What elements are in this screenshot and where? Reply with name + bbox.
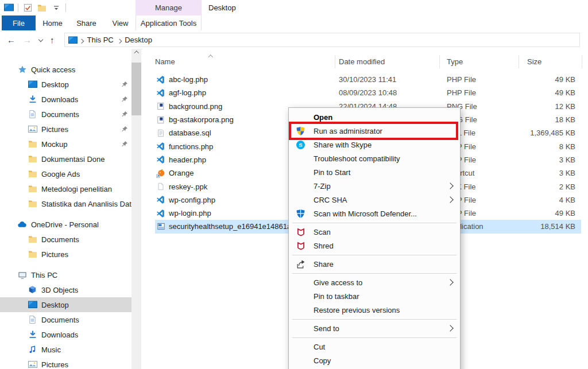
menu-item-label: CRC SHA (314, 196, 347, 204)
blank-doc-icon (156, 182, 165, 191)
sidebar-item-this-pc[interactable]: This PC (0, 267, 131, 282)
navigation-pane: Quick accessDesktopDownloadsDocumentsPic… (0, 49, 131, 369)
sidebar-item-downloads[interactable]: Downloads (0, 92, 131, 107)
star-icon (17, 65, 27, 75)
file-size: 49 KB (487, 207, 575, 220)
menu-item-troubleshoot-compatibility[interactable]: Troubleshoot compatibility (289, 152, 460, 165)
sidebar-item-downloads[interactable]: Downloads (0, 327, 131, 342)
sidebar-item-label: Desktop (41, 301, 69, 309)
sidebar-item-3d-objects[interactable]: 3D Objects (0, 282, 131, 297)
column-header-date-modified[interactable]: Date modified (339, 53, 385, 69)
qat-folder-button[interactable] (37, 3, 47, 13)
menu-item-give-access-to[interactable]: Give access to (289, 275, 460, 289)
file-date-modified: 08/09/2023 10:48 (339, 86, 397, 99)
sidebar-item-label: Documents (41, 316, 79, 324)
menu-item-send-to[interactable]: Send to (289, 321, 460, 335)
file-row[interactable]: abc-log.php30/10/2023 11:41PHP File49 KB (155, 73, 581, 86)
picture-icon (28, 125, 37, 134)
column-header-size[interactable]: Size (527, 53, 541, 69)
sidebar-item-google-ads[interactable]: Google Ads (0, 166, 131, 181)
tab-home[interactable]: Home (36, 15, 69, 30)
pc-icon (17, 270, 27, 280)
menu-item-scan[interactable]: Scan (289, 225, 460, 239)
sidebar-item-music[interactable]: Music (0, 342, 131, 357)
tab-file[interactable]: File (2, 15, 36, 30)
toolbar-divider (65, 3, 66, 12)
menu-item-pin-to-start[interactable]: Pin to Start (289, 165, 460, 179)
tab-view[interactable]: View (103, 15, 137, 30)
forward-arrow-icon: → (23, 36, 32, 44)
menu-item-restore-previous-versions[interactable]: Restore previous versions (289, 303, 460, 317)
ribbon-contextual-group-manage[interactable]: Manage (136, 0, 202, 15)
menu-item-crc-sha[interactable]: CRC SHA (289, 193, 460, 207)
menu-item-open[interactable]: Open (289, 110, 460, 124)
file-name: background.png (156, 100, 222, 113)
menu-item-label: Copy (314, 356, 331, 365)
sidebar-item-pictures[interactable]: Pictures (0, 122, 131, 137)
column-header-type[interactable]: Type (447, 53, 463, 69)
column-divider[interactable] (519, 55, 519, 68)
sidebar-item-desktop[interactable]: Desktop (0, 77, 131, 92)
sidebar-item-documents[interactable]: Documents (0, 107, 131, 122)
sidebar-item-label: Desktop (41, 80, 69, 89)
qat-explorer-window-button[interactable] (3, 3, 14, 13)
sidebar-item-mockup[interactable]: Mockup (0, 137, 131, 152)
sidebar-item-quick-access[interactable]: Quick access (0, 62, 131, 77)
menu-item-copy[interactable]: Copy (289, 354, 460, 367)
menu-item-share[interactable]: Share (289, 257, 460, 271)
menu-item-label: Restore previous versions (314, 306, 400, 314)
cloud-icon (17, 220, 27, 230)
window-title: Desktop (208, 0, 236, 15)
recent-locations-chevron-icon[interactable] (39, 38, 42, 41)
sidebar-item-pictures[interactable]: Pictures (0, 247, 131, 262)
sidebar-item-label: 3D Objects (41, 286, 78, 294)
menu-item-shred[interactable]: Shred (289, 239, 460, 253)
qat-checkbox-button[interactable] (22, 3, 33, 13)
customize-icon (53, 5, 60, 11)
menu-separator (292, 337, 457, 338)
file-size: 2 KB (487, 180, 575, 193)
sidebar-item-label: Downloads (41, 331, 78, 339)
back-arrow-icon[interactable]: ← (7, 36, 16, 44)
sidebar-item-desktop[interactable]: Desktop (0, 297, 131, 312)
app-window-icon (156, 222, 165, 231)
column-divider[interactable] (439, 55, 440, 68)
menu-item-label: Shred (314, 242, 334, 250)
breadcrumb-segment[interactable]: This PC (84, 36, 117, 44)
sidebar-scrollbar-thumb[interactable] (131, 63, 141, 115)
sidebar-scrollbar[interactable] (131, 49, 141, 369)
file-row[interactable]: agf-log.php08/09/2023 10:48PHP File49 KB (155, 86, 581, 99)
column-divider[interactable] (335, 55, 335, 68)
tab-share[interactable]: Share (69, 15, 103, 30)
sidebar-item-label: OneDrive - Personal (31, 220, 99, 229)
column-header-name[interactable]: Name (155, 53, 175, 69)
sidebar-item-label: Downloads (41, 95, 78, 104)
sidebar-item-documents[interactable]: Documents (0, 312, 131, 327)
menu-item-pin-to-taskbar[interactable]: Pin to taskbar (289, 289, 460, 303)
scrollbar-up-arrow-icon[interactable] (131, 49, 141, 58)
sidebar-section-this-pc: This PC3D ObjectsDesktopDocumentsDownloa… (0, 267, 131, 369)
sidebar-item-dokumentasi-done[interactable]: Dokumentasi Done (0, 152, 131, 166)
menu-item-scan-with-microsoft-defender[interactable]: Scan with Microsoft Defender... (289, 207, 460, 220)
file-size: 3 KB (487, 166, 575, 180)
sidebar-item-onedrive[interactable]: OneDrive - Personal (0, 217, 131, 232)
sidebar-item-label: Pictures (41, 250, 68, 259)
breadcrumb-segment[interactable]: Desktop (121, 36, 156, 44)
menu-item-share-with-skype[interactable]: SShare with Skype (289, 138, 460, 152)
file-type: PHP File (447, 86, 476, 99)
address-bar[interactable]: This PCDesktop (64, 33, 580, 47)
menu-item-7-zip[interactable]: 7-Zip (289, 179, 460, 193)
qat-customize-button[interactable] (51, 3, 61, 13)
column-divider[interactable] (582, 55, 582, 68)
sidebar-item-label: Quick access (31, 65, 75, 74)
context-menu: OpenRun as administratorSShare with Skyp… (288, 107, 461, 369)
menu-item-run-as-administrator[interactable]: Run as administrator (289, 124, 460, 138)
sidebar-item-pictures[interactable]: Pictures (0, 357, 131, 369)
tab-application-tools[interactable]: Application Tools (136, 15, 202, 30)
menu-item-cut[interactable]: Cut (289, 340, 460, 354)
up-arrow-icon[interactable]: ↑ (50, 36, 55, 44)
sidebar-item-metedologi-penelitian[interactable]: Metedologi penelitian (0, 181, 131, 196)
sidebar-item-documents[interactable]: Documents (0, 232, 131, 247)
music-note-icon (28, 345, 37, 355)
sidebar-item-statistika-dan-ananlisis-data[interactable]: Statistika dan Ananlisis Data (0, 196, 131, 211)
